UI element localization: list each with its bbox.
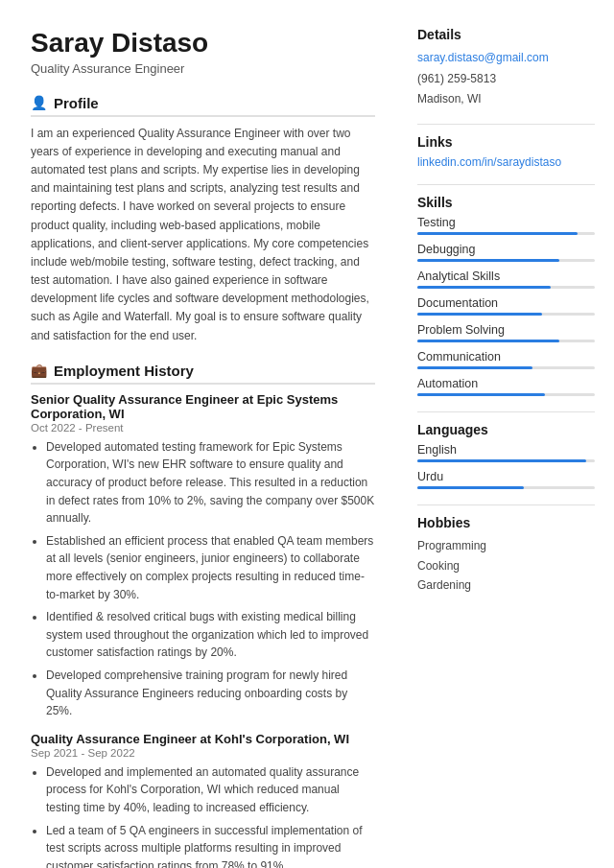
list-item: Led a team of 5 QA engineers in successf… xyxy=(46,822,375,868)
details-title: Details xyxy=(417,27,595,42)
skill-item-1: Debugging xyxy=(417,243,595,262)
profile-icon: 👤 xyxy=(31,95,47,110)
skill-bar-fill-2 xyxy=(417,286,551,289)
skill-bar-bg-5 xyxy=(417,366,595,369)
lang-name-0: English xyxy=(417,443,595,457)
profile-section: 👤 Profile I am an experienced Quality As… xyxy=(31,95,375,345)
lang-bar-fill-1 xyxy=(417,486,524,489)
linkedin-link[interactable]: linkedin.com/in/saraydistaso xyxy=(417,155,595,169)
links-title: Links xyxy=(417,134,595,150)
details-section: Details saray.distaso@gmail.com (961) 25… xyxy=(417,27,595,108)
skill-bar-bg-6 xyxy=(417,393,595,396)
profile-text: I am an experienced Quality Assurance En… xyxy=(31,125,375,345)
skill-name-2: Analytical Skills xyxy=(417,270,595,283)
skill-name-4: Problem Solving xyxy=(417,323,595,337)
skill-item-0: Testing xyxy=(417,216,595,235)
location-text: Madison, WI xyxy=(417,92,482,106)
skill-name-3: Documentation xyxy=(417,296,595,310)
details-content: saray.distaso@gmail.com (961) 259-5813 M… xyxy=(417,48,595,108)
job-bullets-1: Developed automated testing framework fo… xyxy=(31,438,375,720)
hobbies-section: Hobbies Programming Cooking Gardening xyxy=(417,515,595,595)
left-column: Saray Distaso Quality Assurance Engineer… xyxy=(0,0,398,868)
email-link[interactable]: saray.distaso@gmail.com xyxy=(417,48,595,67)
job-dates-1: Oct 2022 - Present xyxy=(31,422,375,434)
skill-item-2: Analytical Skills xyxy=(417,270,595,289)
divider-3 xyxy=(417,411,595,412)
job-entry-2: Quality Assurance Engineer at Kohl's Cor… xyxy=(31,732,375,868)
skill-bar-fill-5 xyxy=(417,366,532,369)
list-item: Established an efficient process that en… xyxy=(46,532,375,603)
skill-item-4: Problem Solving xyxy=(417,323,595,342)
skill-bar-bg-3 xyxy=(417,313,595,316)
job-dates-2: Sep 2021 - Sep 2022 xyxy=(31,747,375,759)
skill-name-5: Communication xyxy=(417,350,595,364)
candidate-title: Quality Assurance Engineer xyxy=(31,61,375,76)
job-entry-1: Senior Quality Assurance Engineer at Epi… xyxy=(31,392,375,720)
skill-bar-bg-0 xyxy=(417,232,595,235)
hobby-gardening: Gardening xyxy=(417,575,595,595)
skill-bar-bg-4 xyxy=(417,340,595,342)
job-title-2: Quality Assurance Engineer at Kohl's Cor… xyxy=(31,732,375,746)
skill-bar-fill-4 xyxy=(417,340,559,342)
lang-bar-bg-0 xyxy=(417,459,595,462)
skill-bar-bg-2 xyxy=(417,286,595,289)
divider-1 xyxy=(417,124,595,125)
links-section: Links linkedin.com/in/saraydistaso xyxy=(417,134,595,169)
skill-name-1: Debugging xyxy=(417,243,595,256)
hobbies-title: Hobbies xyxy=(417,515,595,530)
lang-name-1: Urdu xyxy=(417,470,595,483)
skill-item-6: Automation xyxy=(417,377,595,396)
skill-name-0: Testing xyxy=(417,216,595,229)
candidate-name: Saray Distaso xyxy=(31,27,375,59)
lang-bar-bg-1 xyxy=(417,486,595,489)
employment-section: 💼 Employment History Senior Quality Assu… xyxy=(31,363,375,868)
skill-bar-fill-0 xyxy=(417,232,578,235)
skill-bar-fill-6 xyxy=(417,393,545,396)
skill-item-5: Communication xyxy=(417,350,595,369)
skill-name-6: Automation xyxy=(417,377,595,390)
skill-bar-fill-1 xyxy=(417,259,559,262)
skill-bar-bg-1 xyxy=(417,259,595,262)
skills-title: Skills xyxy=(417,195,595,210)
job-bullets-2: Developed and implemented an automated q… xyxy=(31,763,375,868)
list-item: Developed comprehensive training program… xyxy=(46,667,375,720)
languages-title: Languages xyxy=(417,422,595,437)
hobby-programming: Programming xyxy=(417,536,595,555)
list-item: Identified & resolved critical bugs with… xyxy=(46,608,375,662)
skills-section: Skills Testing Debugging Analytical Skil… xyxy=(417,195,595,396)
employment-icon: 💼 xyxy=(31,363,47,378)
hobby-cooking: Cooking xyxy=(417,556,595,575)
skill-item-3: Documentation xyxy=(417,296,595,316)
divider-4 xyxy=(417,504,595,505)
divider-2 xyxy=(417,184,595,185)
lang-item-1: Urdu xyxy=(417,470,595,489)
employment-section-title: 💼 Employment History xyxy=(31,363,375,385)
resume-container: Saray Distaso Quality Assurance Engineer… xyxy=(0,0,614,868)
right-column: Details saray.distaso@gmail.com (961) 25… xyxy=(398,0,614,868)
skill-bar-fill-3 xyxy=(417,313,542,316)
lang-item-0: English xyxy=(417,443,595,462)
profile-section-title: 👤 Profile xyxy=(31,95,375,117)
lang-bar-fill-0 xyxy=(417,459,586,462)
phone-number: (961) 259-5813 xyxy=(417,72,496,85)
list-item: Developed automated testing framework fo… xyxy=(46,438,375,528)
list-item: Developed and implemented an automated q… xyxy=(46,763,375,817)
languages-section: Languages English Urdu xyxy=(417,422,595,489)
header-section: Saray Distaso Quality Assurance Engineer xyxy=(31,27,375,76)
job-title-1: Senior Quality Assurance Engineer at Epi… xyxy=(31,392,375,421)
